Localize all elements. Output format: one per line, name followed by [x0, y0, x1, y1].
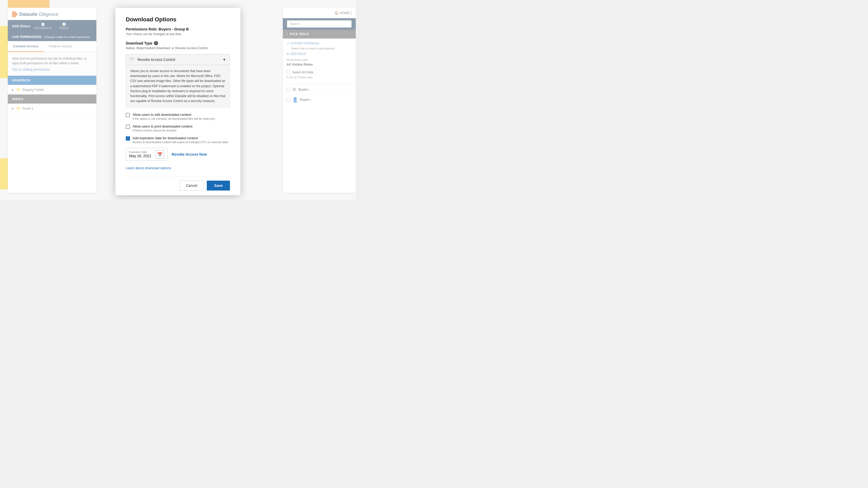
download-type-label: Download Type i: [126, 41, 230, 45]
dropdown-value: Revoke Access Control: [137, 58, 222, 62]
download-options-modal: Download Options Permissions Role: Buyer…: [115, 8, 240, 195]
modal-title: Download Options: [126, 16, 230, 23]
expiration-value: May 16, 2022: [129, 154, 151, 158]
learn-download-link[interactable]: Learn about download options: [126, 166, 230, 170]
download-type-description: Allows you to revoke access to documents…: [126, 65, 230, 107]
shield-icon: 🛡: [130, 57, 135, 62]
checkbox-edit-row: Allow users to edit downloaded content I…: [126, 113, 230, 120]
permissions-role: Permissions Role: Buyers - Group B: [126, 27, 230, 31]
checkbox-edit[interactable]: [126, 113, 130, 117]
expiration-label: Expiration Date: [129, 151, 153, 154]
checkbox-print-sublabel: Printed content cannot be revoked.: [132, 129, 230, 132]
download-type-subtitle: Native, Watermarked Download, or Revoke …: [126, 46, 230, 50]
checkbox-expiration-sublabel: Access to downloaded content will expire…: [132, 140, 230, 144]
chevron-down-icon: ▼: [222, 58, 226, 62]
modal-overlay: Download Options Permissions Role: Buyer…: [0, 0, 356, 200]
checkbox-print[interactable]: [126, 125, 130, 129]
cancel-button[interactable]: Cancel: [180, 181, 204, 191]
checkbox-expiration[interactable]: ✓: [126, 136, 130, 140]
checkmark-icon: ✓: [127, 137, 129, 140]
download-type-info-icon[interactable]: i: [154, 41, 158, 45]
checkbox-print-row: Allow users to print downloaded content …: [126, 124, 230, 132]
checkbox-edit-sublabel: If the option is not checked, all downlo…: [132, 117, 230, 120]
expiration-row: Expiration Date May 16, 2022 📅 Revoke Ac…: [126, 148, 230, 161]
expiration-date-field[interactable]: Expiration Date May 16, 2022 📅: [126, 148, 167, 161]
save-button[interactable]: Save: [207, 181, 230, 191]
checkbox-edit-label: Allow users to edit downloaded content: [132, 113, 230, 117]
checkbox-expiration-label: Add expiration date for downloaded conte…: [132, 136, 230, 140]
revoke-access-now-link[interactable]: Revoke Access Now: [172, 152, 207, 156]
checkbox-print-label: Allow users to print downloaded content: [132, 124, 230, 128]
role-subtitle: Your choice can be changed at any time.: [126, 32, 230, 36]
checkbox-expiration-row: ✓ Add expiration date for downloaded con…: [126, 136, 230, 144]
modal-footer: Cancel Save: [126, 176, 230, 191]
download-type-dropdown[interactable]: 🛡 Revoke Access Control ▼: [126, 54, 230, 65]
calendar-icon[interactable]: 📅: [156, 150, 164, 159]
